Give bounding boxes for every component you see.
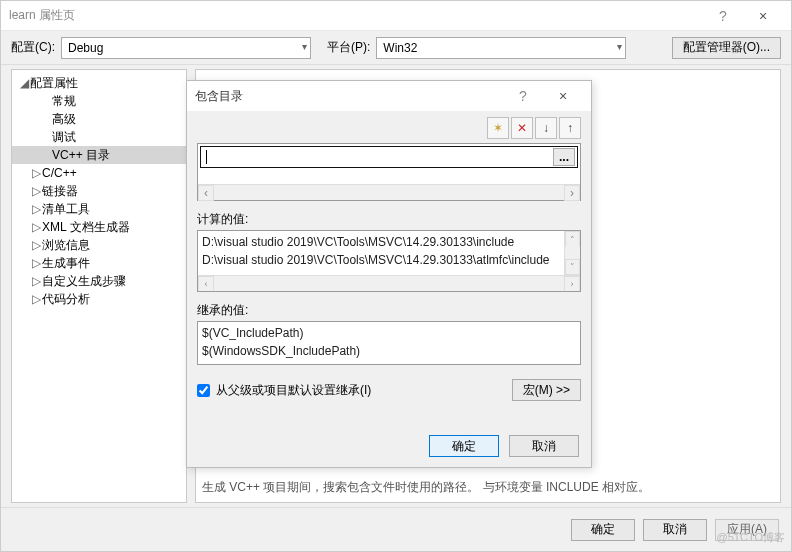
- expander-icon: ▷: [30, 220, 42, 234]
- tree-node[interactable]: 调试: [12, 128, 186, 146]
- include-dirs-dialog: 包含目录 ? × ✶ ✕ ↓ ↑ ... ‹› 计算的值: D:\visual …: [186, 80, 592, 468]
- tree-node-label: 自定义生成步骤: [42, 273, 126, 290]
- chevron-down-icon: ▾: [617, 41, 622, 52]
- vscrollbar[interactable]: ˄ ˅: [564, 231, 580, 275]
- expander-icon: ▷: [30, 166, 42, 180]
- ok-button[interactable]: 确定: [571, 519, 635, 541]
- tree-node-label: 代码分析: [42, 291, 90, 308]
- tree-node[interactable]: ▷生成事件: [12, 254, 186, 272]
- config-value: Debug: [68, 41, 103, 55]
- expander-icon: ▷: [30, 184, 42, 198]
- close-icon[interactable]: ×: [743, 8, 783, 24]
- expander-icon: ◢: [18, 76, 30, 90]
- scroll-right-icon[interactable]: ›: [564, 185, 580, 201]
- tree-node-label: VC++ 目录: [52, 147, 110, 164]
- config-toolbar: 配置(C): Debug ▾ 平台(P): Win32 ▾ 配置管理器(O)..…: [1, 31, 791, 65]
- scroll-down-icon[interactable]: ˅: [565, 259, 580, 275]
- tree-node[interactable]: ▷链接器: [12, 182, 186, 200]
- tree-node-label: 常规: [52, 93, 76, 110]
- tree-node[interactable]: ▷代码分析: [12, 290, 186, 308]
- tree-node-label: 浏览信息: [42, 237, 90, 254]
- tree-node-label: 调试: [52, 129, 76, 146]
- help-icon[interactable]: ?: [503, 88, 543, 104]
- tree-node[interactable]: 常规: [12, 92, 186, 110]
- computed-label: 计算的值:: [197, 211, 581, 228]
- expander-icon: ▷: [30, 238, 42, 252]
- platform-combo[interactable]: Win32 ▾: [376, 37, 626, 59]
- platform-value: Win32: [383, 41, 417, 55]
- tree-node-label: 清单工具: [42, 201, 90, 218]
- scroll-right-icon[interactable]: ›: [564, 276, 580, 292]
- inherited-values-box: $(VC_IncludePath)$(WindowsSDK_IncludePat…: [197, 321, 581, 365]
- platform-label: 平台(P):: [327, 39, 370, 56]
- expander-icon: ▷: [30, 202, 42, 216]
- tree-node[interactable]: ▷清单工具: [12, 200, 186, 218]
- computed-value-line: D:\visual studio 2019\VC\Tools\MSVC\14.2…: [202, 251, 576, 269]
- macros-button[interactable]: 宏(M) >>: [512, 379, 581, 401]
- dialog-cancel-button[interactable]: 取消: [509, 435, 579, 457]
- tree-node[interactable]: ▷浏览信息: [12, 236, 186, 254]
- apply-button[interactable]: 应用(A): [715, 519, 779, 541]
- tree-node-label: 生成事件: [42, 255, 90, 272]
- inherit-checkbox-label[interactable]: 从父级或项目默认设置继承(I): [216, 382, 371, 399]
- paths-editbox[interactable]: ... ‹›: [197, 143, 581, 201]
- tree-node[interactable]: ◢配置属性: [12, 74, 186, 92]
- browse-button[interactable]: ...: [553, 148, 575, 166]
- main-title: learn 属性页: [9, 7, 703, 24]
- tree-node[interactable]: ▷C/C++: [12, 164, 186, 182]
- help-icon[interactable]: ?: [703, 8, 743, 24]
- close-icon[interactable]: ×: [543, 88, 583, 104]
- tree-node-label: XML 文档生成器: [42, 219, 130, 236]
- tree-node-label: 配置属性: [30, 75, 78, 92]
- tree-node-label: 高级: [52, 111, 76, 128]
- hscrollbar[interactable]: ‹›: [198, 184, 580, 200]
- delete-icon[interactable]: ✕: [511, 117, 533, 139]
- tree-node[interactable]: 高级: [12, 110, 186, 128]
- tree-node-label: 链接器: [42, 183, 78, 200]
- expander-icon: ▷: [30, 256, 42, 270]
- tree-node[interactable]: ▷XML 文档生成器: [12, 218, 186, 236]
- move-up-icon[interactable]: ↑: [559, 117, 581, 139]
- scroll-left-icon[interactable]: ‹: [198, 185, 214, 201]
- computed-values-box: D:\visual studio 2019\VC\Tools\MSVC\14.2…: [197, 230, 581, 292]
- config-combo[interactable]: Debug ▾: [61, 37, 311, 59]
- text-caret: [206, 150, 207, 164]
- cancel-button[interactable]: 取消: [643, 519, 707, 541]
- inherited-value-line: $(VC_IncludePath): [202, 324, 576, 342]
- path-input-line[interactable]: ...: [200, 146, 578, 168]
- new-line-icon[interactable]: ✶: [487, 117, 509, 139]
- scroll-up-icon[interactable]: ˄: [565, 231, 580, 247]
- main-footer: 确定 取消 应用(A): [1, 507, 791, 551]
- chevron-down-icon: ▾: [302, 41, 307, 52]
- config-label: 配置(C):: [11, 39, 55, 56]
- computed-value-line: D:\visual studio 2019\VC\Tools\MSVC\14.2…: [202, 233, 576, 251]
- expander-icon: ▷: [30, 292, 42, 306]
- edit-toolbar: ✶ ✕ ↓ ↑: [197, 117, 581, 139]
- dialog-title: 包含目录: [195, 88, 503, 105]
- hscrollbar[interactable]: ‹›: [198, 275, 580, 291]
- move-down-icon[interactable]: ↓: [535, 117, 557, 139]
- dialog-ok-button[interactable]: 确定: [429, 435, 499, 457]
- main-titlebar: learn 属性页 ? ×: [1, 1, 791, 31]
- category-tree[interactable]: ◢配置属性常规高级调试VC++ 目录▷C/C++▷链接器▷清单工具▷XML 文档…: [11, 69, 187, 503]
- tree-node-label: C/C++: [42, 166, 77, 180]
- tree-node[interactable]: ▷自定义生成步骤: [12, 272, 186, 290]
- scroll-left-icon[interactable]: ‹: [198, 276, 214, 292]
- inherit-checkbox[interactable]: [197, 384, 210, 397]
- config-manager-button[interactable]: 配置管理器(O)...: [672, 37, 781, 59]
- tree-node[interactable]: VC++ 目录: [12, 146, 186, 164]
- inherited-value-line: $(WindowsSDK_IncludePath): [202, 342, 576, 360]
- expander-icon: ▷: [30, 274, 42, 288]
- inherited-label: 继承的值:: [197, 302, 581, 319]
- description-text: 生成 VC++ 项目期间，搜索包含文件时使用的路径。 与环境变量 INCLUDE…: [202, 479, 774, 496]
- dialog-titlebar: 包含目录 ? ×: [187, 81, 591, 111]
